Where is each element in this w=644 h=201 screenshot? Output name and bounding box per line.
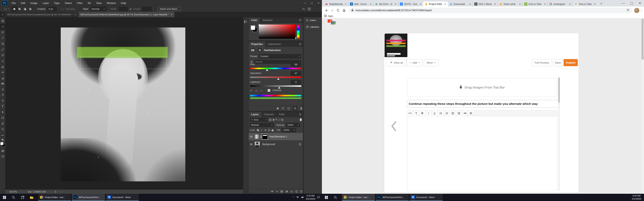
subtract-from-selection-icon[interactable] <box>22 6 28 11</box>
move-tool[interactable] <box>0 18 5 23</box>
link-icon[interactable]: ▾ <box>462 111 468 116</box>
tab-layers[interactable]: Layers <box>248 112 261 117</box>
close-tab-icon[interactable]: ✕ <box>170 13 172 16</box>
color-picker-marker[interactable] <box>258 24 260 26</box>
browser-tab[interactable]: DDA 1 Block✕ <box>473 2 498 6</box>
maximize-icon[interactable]: ▢ <box>628 0 636 6</box>
lightness-slider[interactable] <box>250 85 301 87</box>
eyedropper-icon[interactable] <box>250 89 253 92</box>
visibility-eye-icon[interactable] <box>292 106 297 110</box>
lightness-slider-marker[interactable] <box>278 87 280 89</box>
close-tab-icon[interactable]: ✕ <box>519 3 521 5</box>
select-and-mask-button[interactable]: Select and Mask... <box>158 7 182 11</box>
zoom-level[interactable]: 66.67% <box>10 191 17 193</box>
add-layer-mask-icon[interactable] <box>280 191 283 193</box>
close-tab-icon[interactable]: ✕ <box>74 13 76 16</box>
opacity-dropdown[interactable]: 100%▾ <box>286 123 300 127</box>
add-to-selection-icon[interactable] <box>17 6 22 11</box>
height-input[interactable] <box>142 7 152 11</box>
indent-icon[interactable] <box>456 111 462 116</box>
new-group-icon[interactable] <box>290 191 293 192</box>
outdent-icon[interactable] <box>450 111 456 116</box>
save-button[interactable]: Save <box>553 59 563 66</box>
profile-avatar[interactable] <box>634 8 639 13</box>
canvas-area[interactable] <box>5 17 243 190</box>
browser-tab[interactable]: RapidIdentity✕ <box>324 2 348 6</box>
taskbar-app-chrome[interactable]: Project Editor - Inst... <box>38 194 71 201</box>
type-tool[interactable] <box>0 104 5 109</box>
rectangle-tool[interactable] <box>0 115 5 120</box>
clone-stamp-tool[interactable] <box>0 64 5 69</box>
maximize-icon[interactable]: ▢ <box>308 0 315 6</box>
filter-smart-object-icon[interactable] <box>281 119 284 121</box>
feather-input[interactable]: 0 px <box>47 7 56 11</box>
layer-visibility-eye-icon[interactable] <box>248 143 254 145</box>
taskbar-clock[interactable]: 9:32 AM 2/11/2020 <box>306 194 315 201</box>
apps-bookmark-label[interactable]: Apps <box>328 15 333 17</box>
hue-strip[interactable] <box>297 24 300 39</box>
eraser-tool[interactable] <box>0 75 5 80</box>
pen-tool[interactable] <box>0 98 5 103</box>
close-tab-icon[interactable]: ✕ <box>394 3 396 5</box>
antialias-checkbox[interactable] <box>60 6 65 11</box>
saturation-slider[interactable] <box>250 77 301 78</box>
start-button-icon[interactable] <box>0 194 9 201</box>
new-selection-icon[interactable] <box>12 6 17 11</box>
close-icon[interactable]: ✕ <box>636 0 644 6</box>
tab-color[interactable]: Color <box>248 17 260 23</box>
close-tab-icon[interactable]: ✕ <box>594 3 596 5</box>
browser-tab[interactable]: Share what✕ <box>498 2 522 6</box>
browser-tab[interactable]: rectangular✕ <box>548 2 572 6</box>
panel-menu-icon[interactable]: ☰ <box>299 19 301 21</box>
new-tab-icon[interactable]: + <box>600 2 602 6</box>
libraries-panel-button[interactable]: Libraries <box>304 23 322 31</box>
selection-marching-ants[interactable] <box>80 56 167 69</box>
menu-item[interactable]: Type <box>52 1 62 4</box>
delete-layer-icon[interactable] <box>300 190 302 193</box>
italic-icon[interactable]: I <box>426 111 432 116</box>
hue-strip-marker[interactable] <box>295 37 297 39</box>
paragraph-style-icon[interactable]: ¶▾ <box>413 111 420 116</box>
layer-style-fx-icon[interactable]: fx <box>276 190 278 193</box>
filter-kind-dropdown[interactable]: Kind▾ <box>250 118 268 122</box>
close-tab-icon[interactable]: ✕ <box>569 3 571 5</box>
hand-tool[interactable] <box>0 121 5 126</box>
editor-body[interactable] <box>407 116 557 191</box>
browser-scrollbar[interactable] <box>641 18 644 194</box>
uploaded-image-chip[interactable] <box>331 21 336 25</box>
delete-icon[interactable] <box>300 107 302 110</box>
padlock-icon[interactable] <box>352 9 354 12</box>
hue-value[interactable]: 99 <box>291 62 301 67</box>
edit-toolbar-icon[interactable]: ••• <box>0 133 5 138</box>
bold-icon[interactable]: B <box>420 111 426 116</box>
minimize-icon[interactable]: — <box>302 0 308 6</box>
minimize-icon[interactable]: — <box>619 0 628 6</box>
color-swatches-pair[interactable] <box>250 25 257 32</box>
menu-item[interactable]: Window <box>104 1 118 4</box>
eyedropper-minus-icon[interactable] <box>260 89 262 92</box>
dodge-tool[interactable] <box>0 92 5 98</box>
foreground-color-swatch[interactable] <box>0 142 3 145</box>
step-title-input[interactable]: Continue repeating these steps throughou… <box>407 100 559 108</box>
crop-tool[interactable] <box>0 41 5 46</box>
reset-icon[interactable] <box>287 107 290 110</box>
address-bar[interactable]: instructables.com/editInstructable/edit/… <box>349 8 632 13</box>
menu-item[interactable]: Help <box>118 1 129 4</box>
action-center-icon[interactable] <box>317 196 320 199</box>
url-text[interactable]: instructables.com/editInstructable/edit/… <box>356 9 624 12</box>
lock-transparency-icon[interactable] <box>257 129 259 131</box>
hue-slider-marker[interactable] <box>266 69 268 71</box>
canvas-photo[interactable] <box>61 27 185 181</box>
close-tab-icon[interactable]: ✕ <box>469 3 471 5</box>
workspace-switcher-icon[interactable] <box>308 8 310 10</box>
tray-expand-icon[interactable]: ⌃ <box>292 196 294 199</box>
preset-dropdown[interactable]: Custom▾ <box>259 54 301 58</box>
menu-item[interactable]: Image <box>28 1 40 4</box>
image-dropzone[interactable]: Drag Images From Top Bar <box>407 78 557 97</box>
taskbar-app-chrome[interactable]: Project Editor - Inst... <box>342 194 375 201</box>
search-icon[interactable] <box>331 194 340 201</box>
document-tab-active[interactable]: 30f7ea7aceea154144be412a9ab49cb2.jpg @ 6… <box>78 12 174 17</box>
eyedropper-plus-icon[interactable] <box>255 89 258 92</box>
tool-preset-caret-icon[interactable]: ▾ <box>8 8 9 10</box>
clip-to-layer-icon[interactable] <box>276 107 279 110</box>
